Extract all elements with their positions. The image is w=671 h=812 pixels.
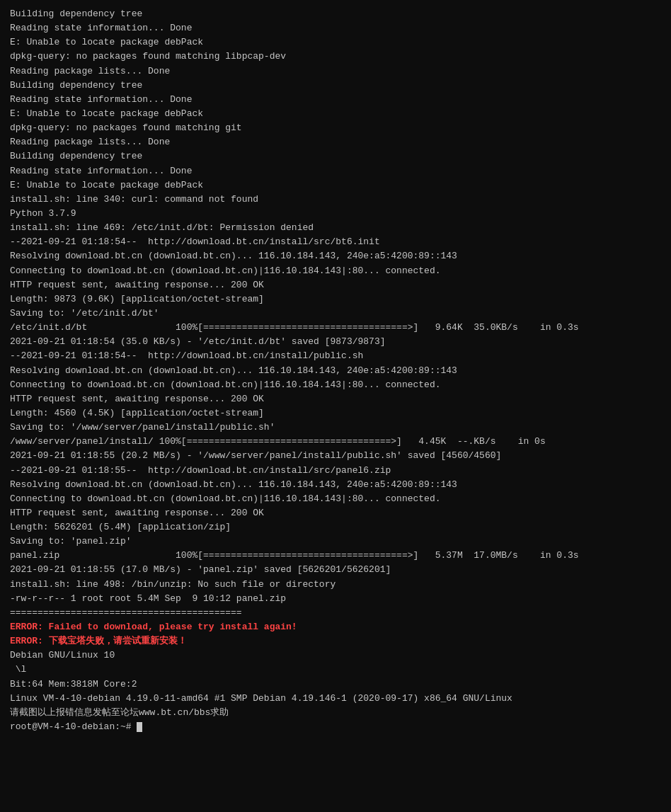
terminal-line: Reading state information... Done [10, 21, 661, 35]
terminal-line: --2021-09-21 01:18:55-- http://download.… [10, 464, 661, 478]
terminal-line: Connecting to download.bt.cn (download.b… [10, 264, 661, 278]
terminal-line: Reading state information... Done [10, 164, 661, 178]
terminal-line: 2021-09-21 01:18:55 (20.2 MB/s) - '/www/… [10, 449, 661, 463]
terminal-line: 2021-09-21 01:18:55 (17.0 MB/s) - 'panel… [10, 563, 661, 577]
terminal-line: HTTP request sent, awaiting response... … [10, 392, 661, 406]
terminal-line: panel.zip 100%[=========================… [10, 549, 661, 563]
terminal-line: Linux VM-4-10-debian 4.19.0-11-amd64 #1 … [10, 692, 661, 706]
terminal-line: Building dependency tree [10, 79, 661, 93]
terminal-line: E: Unable to locate package debPack [10, 178, 661, 193]
terminal-line: Reading state information... Done [10, 93, 661, 107]
terminal-line: 请截图以上报错信息发帖至论坛www.bt.cn/bbs求助 [10, 706, 661, 720]
terminal-line: Length: 5626201 (5.4M) [application/zip] [10, 520, 661, 534]
terminal-line: Length: 9873 (9.6K) [application/octet-s… [10, 292, 661, 307]
terminal-line: ERROR: Failed to download, please try in… [10, 620, 661, 634]
terminal-line: ERROR: 下载宝塔失败，请尝试重新安装！ [10, 634, 661, 648]
terminal-line: --2021-09-21 01:18:54-- http://download.… [10, 235, 661, 249]
terminal-line: Building dependency tree [10, 7, 661, 21]
terminal-line: install.sh: line 340: curl: command not … [10, 193, 661, 207]
terminal-line: --2021-09-21 01:18:54-- http://download.… [10, 349, 661, 363]
terminal-line: Debian GNU/Linux 10 [10, 648, 661, 663]
terminal-line: Building dependency tree [10, 149, 661, 164]
terminal-line: E: Unable to locate package debPack [10, 35, 661, 50]
terminal-line: ========================================… [10, 606, 661, 620]
terminal-line: HTTP request sent, awaiting response... … [10, 506, 661, 520]
terminal-cursor [137, 722, 142, 732]
terminal-line: E: Unable to locate package debPack [10, 107, 661, 121]
terminal-line: Reading package lists... Done [10, 135, 661, 149]
terminal-line: dpkg-query: no packages found matching l… [10, 50, 661, 64]
terminal-window: Building dependency treeReading state in… [0, 0, 671, 812]
terminal-line: Python 3.7.9 [10, 207, 661, 221]
terminal-line: Bit:64 Mem:3818M Core:2 [10, 677, 661, 692]
terminal-line: Saving to: '/www/server/panel/install/pu… [10, 421, 661, 435]
terminal-line: Connecting to download.bt.cn (download.b… [10, 378, 661, 392]
terminal-line: HTTP request sent, awaiting response... … [10, 278, 661, 292]
terminal-line: Saving to: 'panel.zip' [10, 534, 661, 549]
terminal-line: root@VM-4-10-debian:~# [10, 720, 661, 734]
terminal-line: Resolving download.bt.cn (download.bt.cn… [10, 364, 661, 378]
terminal-line: Resolving download.bt.cn (download.bt.cn… [10, 249, 661, 263]
terminal-line: dpkg-query: no packages found matching g… [10, 121, 661, 135]
terminal-line: /www/server/panel/install/ 100%[========… [10, 435, 661, 449]
terminal-line: -rw-r--r-- 1 root root 5.4M Sep 9 10:12 … [10, 592, 661, 606]
terminal-line: install.sh: line 498: /bin/unzip: No suc… [10, 578, 661, 592]
terminal-line: Reading package lists... Done [10, 64, 661, 79]
terminal-line: Saving to: '/etc/init.d/bt' [10, 307, 661, 321]
terminal-line: Connecting to download.bt.cn (download.b… [10, 492, 661, 506]
terminal-line: Length: 4560 (4.5K) [application/octet-s… [10, 406, 661, 421]
terminal-line: \l [10, 663, 661, 677]
terminal-line: install.sh: line 469: /etc/init.d/bt: Pe… [10, 221, 661, 235]
terminal-line: 2021-09-21 01:18:54 (35.0 KB/s) - '/etc/… [10, 335, 661, 349]
terminal-line: /etc/init.d/bt 100%[====================… [10, 321, 661, 335]
terminal-line: Resolving download.bt.cn (download.bt.cn… [10, 478, 661, 492]
